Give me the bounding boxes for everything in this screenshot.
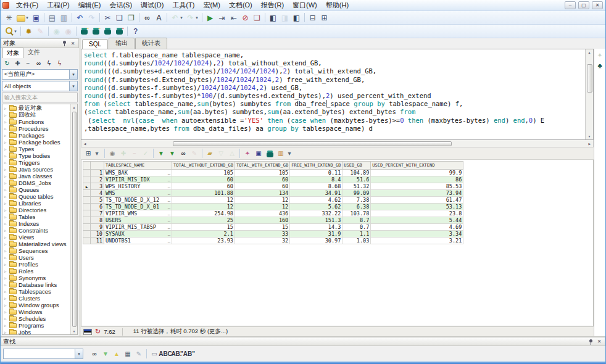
row-number[interactable]: 3: [91, 183, 104, 190]
cell[interactable]: 332.22: [290, 210, 342, 217]
expand-arrow-icon[interactable]: [4, 140, 9, 145]
close-icon[interactable]: [596, 338, 603, 345]
indent-icon[interactable]: ⇥: [217, 12, 227, 23]
expand-arrow-icon[interactable]: [4, 296, 9, 301]
menu-item[interactable]: 工程(P): [43, 0, 74, 10]
expand-arrow-icon[interactable]: [4, 316, 9, 321]
cell[interactable]: 1.03: [342, 238, 371, 244]
cell[interactable]: 12: [235, 204, 289, 210]
help-icon[interactable]: ?: [130, 26, 141, 36]
cell[interactable]: 1.1: [342, 231, 371, 238]
collapse-icon[interactable]: −: [23, 59, 33, 68]
outdent-icon[interactable]: ⇤: [228, 12, 239, 23]
expand-arrow-icon[interactable]: [4, 174, 9, 179]
scrollbar-track[interactable]: [586, 56, 593, 133]
expand-arrow-icon[interactable]: [4, 276, 9, 281]
row-number[interactable]: 6: [91, 204, 104, 210]
expand-arrow-icon[interactable]: [4, 262, 9, 267]
search-input[interactable]: [2, 93, 77, 102]
tree-item[interactable]: Libraries: [2, 200, 77, 207]
tree-item[interactable]: Functions: [2, 118, 77, 125]
cell[interactable]: 23.8: [371, 210, 463, 217]
test-window-icon[interactable]: [91, 26, 101, 36]
row-selector[interactable]: [83, 176, 91, 183]
gutter-club-icon[interactable]: ♣: [597, 62, 602, 69]
expand-arrow-icon[interactable]: [4, 147, 9, 152]
cell[interactable]: VIPIIR_WMS: [104, 210, 172, 217]
cell[interactable]: 8.4: [290, 176, 342, 183]
menu-item[interactable]: 调试(D): [136, 0, 168, 10]
cell[interactable]: TS_TD_NODE_D_X_12: [104, 197, 172, 204]
tree-item[interactable]: Views: [2, 234, 77, 241]
expand-arrow-icon[interactable]: [4, 310, 9, 315]
expand-arrow-icon[interactable]: [4, 194, 9, 199]
grid-menu-icon-dropdown[interactable]: ▾: [92, 149, 102, 159]
cell[interactable]: 73.94: [371, 190, 463, 197]
expand-arrow-icon[interactable]: [4, 283, 9, 287]
row-selector[interactable]: [83, 170, 91, 176]
cell[interactable]: UNDOTBS1: [104, 238, 172, 244]
menu-item[interactable]: 报告(R): [257, 0, 288, 10]
row-selector[interactable]: [83, 231, 91, 238]
minimize-button[interactable]: –: [565, 1, 576, 9]
table-row[interactable]: 11UNDOTBS123.933230.971.033.21: [83, 238, 463, 244]
sql-window-icon[interactable]: [79, 26, 89, 36]
cell[interactable]: 0.7: [342, 224, 371, 231]
expand-arrow-icon[interactable]: [4, 201, 9, 206]
column-header[interactable]: TABLESPACE_NAME: [104, 162, 172, 170]
sidebar-tab[interactable]: 文件: [23, 47, 44, 58]
case-sensitive-icon[interactable]: ABC: [160, 349, 170, 359]
export-xls-icon[interactable]: [265, 149, 275, 159]
execute-icon[interactable]: ▶: [205, 12, 215, 23]
filter-settings-icon[interactable]: ϟ: [55, 59, 64, 68]
cell[interactable]: 30.97: [290, 238, 342, 244]
chart-icon-dropdown[interactable]: ▾: [284, 149, 294, 159]
expand-arrow-icon[interactable]: [4, 330, 9, 335]
tree-item[interactable]: 回收站: [2, 112, 77, 118]
expand-arrow-icon[interactable]: [4, 249, 9, 254]
object-filter-combo[interactable]: All objects: [2, 81, 78, 91]
new-session-icon[interactable]: ◧: [268, 12, 278, 23]
cell[interactable]: 4.69: [371, 224, 463, 231]
row-number[interactable]: 4: [91, 190, 104, 197]
paste-icon[interactable]: ❐: [126, 12, 136, 23]
cell[interactable]: 60: [172, 183, 235, 190]
row-number[interactable]: 8: [91, 217, 104, 224]
forward-icon-dropdown[interactable]: ▾: [194, 12, 199, 23]
tree-item[interactable]: 最近对象: [2, 105, 77, 112]
cell[interactable]: WMS: [104, 190, 172, 197]
cell-ellipsis-icon[interactable]: [168, 176, 170, 183]
open-file-icon-dropdown[interactable]: ▾: [25, 12, 30, 23]
tree-item[interactable]: DBMS_Jobs: [2, 180, 77, 186]
row-selector[interactable]: [83, 197, 91, 204]
cell[interactable]: 99.9: [371, 170, 463, 176]
expand-arrow-icon[interactable]: [4, 120, 9, 125]
cell[interactable]: 151.3: [290, 217, 342, 224]
cell-ellipsis-icon[interactable]: [168, 224, 170, 230]
tree-item[interactable]: Synonyms: [2, 275, 77, 281]
menu-item[interactable]: 窗口(W): [288, 0, 322, 10]
expand-arrow-icon[interactable]: [4, 215, 9, 220]
row-number[interactable]: 11: [91, 238, 104, 244]
cell[interactable]: 51.6: [342, 176, 371, 183]
cell[interactable]: 33: [235, 231, 289, 238]
tree-item[interactable]: Windows: [2, 308, 77, 315]
tree-item[interactable]: Package bodies: [2, 139, 77, 146]
table-row[interactable]: 6TS_TD_NODE_D_X_0112125.626.3853.13: [83, 204, 463, 210]
expand-arrow-icon[interactable]: [4, 208, 9, 213]
chevron-down-icon[interactable]: [69, 81, 77, 91]
settings-icon[interactable]: ✹: [23, 26, 34, 36]
cell[interactable]: 103.78: [342, 210, 371, 217]
menu-item[interactable]: 宏(M): [199, 0, 225, 10]
expand-arrow-icon[interactable]: [4, 255, 9, 260]
auto-refresh-icon[interactable]: ↻: [95, 328, 101, 335]
print-icon[interactable]: ▤: [47, 12, 57, 23]
menu-item[interactable]: 帮助(H): [322, 0, 353, 10]
cell[interactable]: 60: [235, 183, 289, 190]
chevron-down-icon[interactable]: [75, 349, 83, 358]
cell[interactable]: SYSAUX: [104, 231, 172, 238]
row-selector[interactable]: [83, 224, 91, 231]
find-in-grid-icon[interactable]: ∞: [178, 149, 188, 159]
table-row[interactable]: 5TS_TD_NODE_D_X_1212124.627.3861.47: [83, 197, 463, 204]
menu-item[interactable]: 编辑(E): [74, 0, 106, 10]
